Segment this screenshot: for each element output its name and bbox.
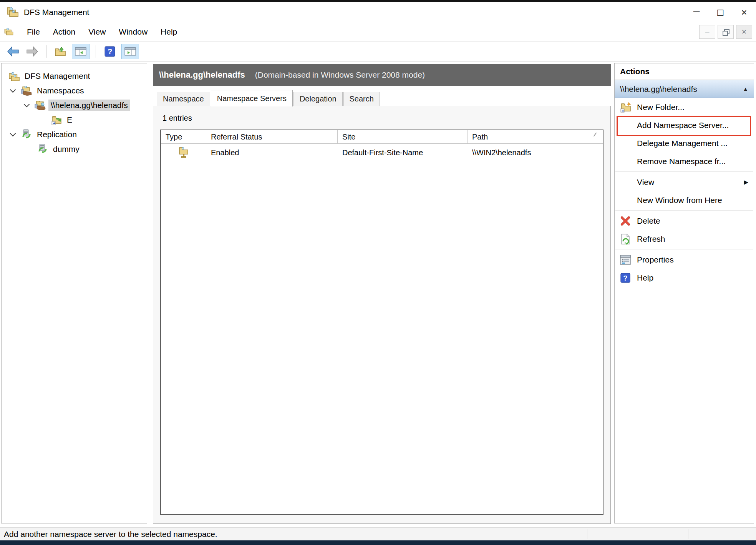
action-new-window-from-here[interactable]: New Window from Here (615, 191, 754, 209)
list-header: Type Referral Status Site Path (161, 130, 603, 144)
tree-item-label: E (65, 114, 75, 126)
tree-item-label: DFS Management (22, 70, 92, 82)
action-refresh[interactable]: Refresh (615, 230, 754, 248)
window-controls: – □ × (685, 2, 756, 22)
back-button[interactable] (5, 44, 21, 59)
column-header-path[interactable]: Path (468, 130, 603, 143)
actions-pane-title: Actions (615, 63, 754, 80)
folder-target-icon (50, 114, 63, 126)
status-text: Add another namespace server to the sele… (4, 530, 217, 539)
refresh-icon (618, 233, 632, 245)
action-label: Refresh (637, 234, 665, 244)
minimize-button[interactable]: – (685, 2, 708, 22)
action-label: Delete (637, 216, 660, 226)
toolbar-separator (96, 45, 96, 58)
action-help[interactable]: ? Help (615, 269, 754, 287)
chevron-down-icon[interactable] (23, 101, 30, 107)
action-label: Add Namespace Server... (637, 121, 729, 130)
console-tree-pane: DFS Management Namespaces (1, 63, 147, 523)
action-label: New Folder... (637, 103, 685, 112)
actions-section-title: \\helena.gg\helenadfs (620, 85, 697, 94)
menu-bar: File Action View Window Help – × (0, 22, 756, 42)
chevron-down-icon[interactable] (10, 130, 16, 136)
dfs-app-icon (6, 6, 19, 19)
action-view[interactable]: View ▶ (615, 173, 754, 191)
cell-site: Default-First-Site-Name (338, 148, 468, 157)
window-title: DFS Management (24, 8, 89, 17)
restore-icon (723, 29, 729, 35)
show-hide-action-pane-button[interactable] (121, 44, 139, 59)
actions-section-header[interactable]: \\helena.gg\helenadfs ▲ (615, 80, 754, 98)
title-bar: DFS Management – □ × (0, 2, 756, 22)
column-header-site[interactable]: Site (338, 130, 468, 143)
export-list-button[interactable] (53, 44, 68, 59)
tree-item-namespaces[interactable]: Namespaces (2, 83, 147, 98)
tree-item-label: \\helena.gg\helenadfs (48, 100, 130, 111)
actions-separator (615, 210, 753, 211)
console-tree-icon (75, 47, 86, 56)
tree-item-replication[interactable]: Replication (2, 127, 147, 142)
results-header-subtitle: (Domain-based in Windows Server 2008 mod… (255, 70, 425, 80)
cell-referral-status: Enabled (206, 148, 338, 157)
chevron-down-icon[interactable] (10, 86, 16, 93)
tab-delegation[interactable]: Delegation (293, 92, 343, 106)
properties-icon (618, 254, 632, 265)
child-restore-button[interactable] (718, 25, 734, 39)
show-hide-console-tree-button[interactable] (72, 44, 90, 59)
maximize-button[interactable]: □ (708, 2, 732, 22)
column-header-type[interactable]: Type (161, 130, 206, 143)
tree-item-folder-e[interactable]: E (2, 113, 147, 127)
svg-text:?: ? (623, 274, 627, 282)
menu-action[interactable]: Action (53, 27, 75, 37)
column-header-referral-status[interactable]: Referral Status (206, 130, 338, 143)
tab-namespace[interactable]: Namespace (157, 92, 210, 106)
sort-indicator-icon (594, 133, 597, 137)
tree-item-label: Replication (35, 129, 79, 140)
action-label: View (637, 178, 654, 187)
results-header-title: \\helena.gg\helenadfs (159, 70, 245, 80)
tab-control: Namespace Namespace Servers Delegation S… (153, 89, 611, 524)
toolbar: ? (0, 42, 756, 61)
tree-item-dfs-management[interactable]: DFS Management (2, 69, 147, 83)
menu-view[interactable]: View (88, 27, 106, 37)
menu-window[interactable]: Window (119, 27, 148, 37)
dfs-management-window: DFS Management – □ × File Action View Wi… (0, 0, 756, 545)
toolbar-separator (46, 45, 46, 58)
action-label: New Window from Here (637, 196, 722, 205)
folder-up-icon (54, 46, 66, 57)
child-minimize-button[interactable]: – (699, 25, 715, 39)
svg-text:?: ? (108, 47, 112, 56)
action-add-namespace-server[interactable]: Add Namespace Server... (615, 116, 754, 134)
menu-help[interactable]: Help (161, 27, 177, 37)
namespace-icon (34, 99, 47, 111)
tab-page-namespace-servers: 1 entries Type Referral Status Site Path (153, 106, 611, 524)
tree-item-namespace-helena[interactable]: \\helena.gg\helenadfs (2, 98, 147, 113)
menu-file[interactable]: File (27, 27, 40, 37)
action-label: Properties (637, 255, 674, 264)
action-label: Help (637, 273, 653, 282)
close-button[interactable]: × (732, 2, 756, 22)
table-row[interactable]: Enabled Default-First-Site-Name \\WIN2\h… (161, 144, 603, 161)
replication-group-icon (36, 143, 49, 155)
tab-strip: Namespace Namespace Servers Delegation S… (153, 89, 611, 106)
help-button[interactable]: ? (102, 44, 118, 59)
tab-search[interactable]: Search (343, 92, 380, 106)
action-properties[interactable]: Properties (615, 251, 754, 269)
status-bar-divider (587, 529, 587, 539)
action-delegate-management[interactable]: Delegate Management ... (615, 134, 754, 152)
action-remove-namespace[interactable]: Remove Namespace fr... (615, 152, 754, 170)
results-pane: \\helena.gg\helenadfs (Domain-based in W… (152, 61, 612, 527)
entries-count: 1 entries (162, 114, 610, 123)
tab-namespace-servers[interactable]: Namespace Servers (211, 90, 293, 106)
action-delete[interactable]: Delete (615, 212, 754, 230)
status-bar: Add another namespace server to the sele… (0, 527, 756, 540)
child-close-button[interactable]: × (736, 25, 752, 39)
collapse-section-icon[interactable]: ▲ (743, 86, 748, 92)
actions-separator (615, 171, 753, 172)
actions-separator (615, 249, 753, 249)
dfs-management-icon (8, 70, 21, 82)
forward-button[interactable] (25, 44, 40, 59)
tree-item-dummy[interactable]: dummy (2, 142, 147, 156)
actions-pane: Actions \\helena.gg\helenadfs ▲ New Fold (614, 63, 754, 523)
action-new-folder[interactable]: New Folder... (615, 98, 754, 116)
